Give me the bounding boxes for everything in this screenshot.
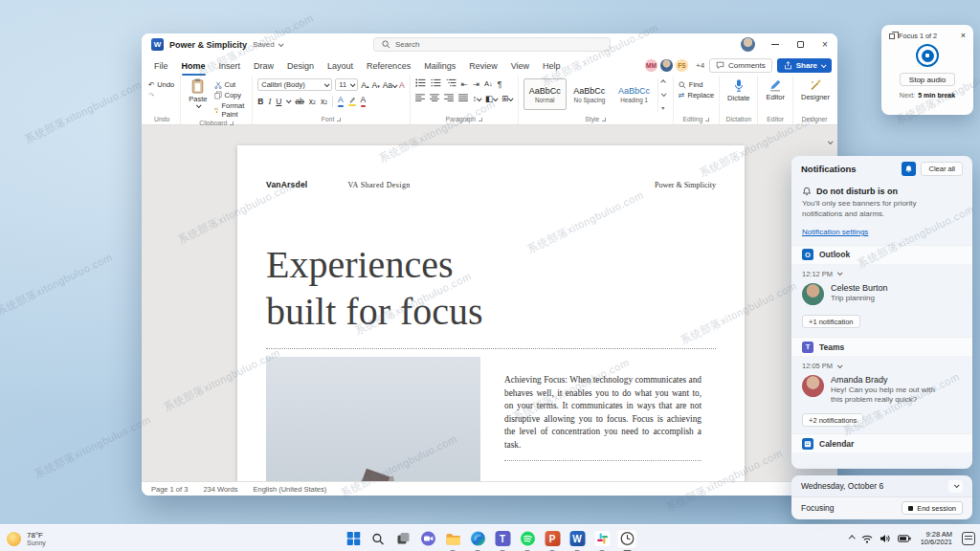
tab-review[interactable]: Review xyxy=(462,55,504,76)
slack-button[interactable] xyxy=(592,529,612,549)
notification-settings-link[interactable]: Notification settings xyxy=(802,228,868,236)
collaborator-avatar[interactable]: MM xyxy=(644,58,658,73)
text-effects-button[interactable]: A xyxy=(338,95,344,107)
find-button[interactable]: Find xyxy=(679,80,714,89)
undo-button[interactable]: ↶Undo xyxy=(148,80,175,89)
underline-button[interactable]: U xyxy=(276,97,281,106)
more-notifications-button[interactable]: +1 notification xyxy=(802,315,860,328)
page-indicator[interactable]: Page 1 of 3 xyxy=(151,485,188,494)
document-page[interactable]: VanArsdel VA Shared Design Power & Simpl… xyxy=(237,145,745,481)
document-canvas[interactable]: VanArsdel VA Shared Design Power & Simpl… xyxy=(142,125,837,481)
clear-all-button[interactable]: Clear all xyxy=(921,162,963,176)
align-right-button[interactable] xyxy=(444,94,454,103)
notification-group-time[interactable]: 12:05 PM xyxy=(791,357,972,372)
bold-button[interactable]: B xyxy=(257,97,263,106)
grow-font-button[interactable]: A▴ xyxy=(361,80,368,90)
dialog-launcher-icon[interactable] xyxy=(705,118,709,121)
decrease-indent-button[interactable]: ⇤ xyxy=(461,79,468,89)
word-count[interactable]: 234 Words xyxy=(203,485,237,494)
collaborator-avatar[interactable] xyxy=(659,58,674,73)
share-button[interactable]: Share xyxy=(777,58,832,73)
copy-button[interactable]: Copy xyxy=(214,91,248,99)
align-left-button[interactable] xyxy=(415,94,425,103)
increase-indent-button[interactable]: ⇥ xyxy=(473,79,479,89)
notification-item[interactable]: Celeste Burton Trip planning xyxy=(791,280,972,305)
clear-formatting-button[interactable]: A xyxy=(399,80,405,90)
weather-widget[interactable]: 78°F Sunny xyxy=(7,525,46,551)
dictate-button[interactable]: Dictate xyxy=(724,78,752,102)
shading-button[interactable]: ◧ xyxy=(485,94,497,103)
multilevel-list-button[interactable] xyxy=(446,78,457,89)
spotify-button[interactable] xyxy=(518,529,538,549)
language-indicator[interactable]: English (United States) xyxy=(254,485,327,494)
notification-center-icon[interactable] xyxy=(962,532,975,545)
style-no-spacing[interactable]: AaBbCcNo Spacing xyxy=(568,78,612,110)
tab-layout[interactable]: Layout xyxy=(321,55,360,76)
subscript-button[interactable]: x2 xyxy=(309,97,316,106)
dialog-launcher-icon[interactable] xyxy=(230,121,234,125)
search-box[interactable]: Search xyxy=(373,37,611,52)
wifi-icon[interactable] xyxy=(861,535,873,543)
font-size-combo[interactable]: 11 xyxy=(335,78,358,91)
section-teams[interactable]: T Teams xyxy=(791,337,972,357)
edge-button[interactable] xyxy=(468,529,488,549)
start-button[interactable] xyxy=(344,529,364,549)
replace-button[interactable]: ⇄ Replace xyxy=(679,91,714,99)
format-painter-button[interactable]: Format Paint xyxy=(214,101,248,119)
powerpoint-button[interactable]: P xyxy=(543,529,563,549)
collaborator-avatar[interactable]: FS xyxy=(675,58,689,73)
redo-button[interactable]: ↷ xyxy=(148,91,175,99)
tab-mailings[interactable]: Mailings xyxy=(417,55,462,76)
show-formatting-button[interactable]: ¶ xyxy=(498,79,502,89)
task-view-button[interactable] xyxy=(393,529,413,549)
superscript-button[interactable]: x2 xyxy=(321,97,327,106)
teams-button[interactable]: T xyxy=(493,529,513,549)
dialog-launcher-icon[interactable] xyxy=(337,118,341,121)
collaborator-overflow[interactable]: +4 xyxy=(696,61,704,70)
style-normal[interactable]: AaBbCcNormal xyxy=(523,78,567,110)
dialog-launcher-icon[interactable] xyxy=(479,118,482,121)
volume-icon[interactable] xyxy=(880,534,891,543)
tab-file[interactable]: File xyxy=(147,55,175,76)
focus-stop-ring-button[interactable] xyxy=(916,44,939,67)
numbered-list-button[interactable] xyxy=(431,78,441,89)
align-center-button[interactable] xyxy=(430,94,439,103)
borders-button[interactable]: ⊞ xyxy=(501,94,512,103)
restore-window-icon[interactable] xyxy=(889,33,895,39)
word-button[interactable]: W xyxy=(568,529,588,549)
collapse-calendar-button[interactable] xyxy=(948,480,963,493)
line-spacing-button[interactable]: ↕ xyxy=(473,94,480,103)
tab-design[interactable]: Design xyxy=(280,55,321,76)
tab-home[interactable]: Home xyxy=(175,55,212,76)
stop-audio-button[interactable]: Stop audio xyxy=(900,73,955,86)
paste-button[interactable]: Paste xyxy=(186,78,210,108)
font-color-button[interactable]: A xyxy=(361,95,367,107)
italic-button[interactable]: I xyxy=(268,97,271,106)
tab-draw[interactable]: Draw xyxy=(247,55,280,76)
justify-button[interactable] xyxy=(458,94,468,103)
section-calendar[interactable]: Calendar xyxy=(791,433,972,453)
notification-group-time[interactable]: 12:12 PM xyxy=(791,265,972,280)
tab-insert[interactable]: Insert xyxy=(212,55,248,76)
do-not-disturb-toggle[interactable] xyxy=(902,162,916,176)
clock-date-button[interactable]: 9:28 AM 10/6/2021 xyxy=(918,529,955,549)
style-heading1[interactable]: AaBbCcHeading 1 xyxy=(612,78,656,110)
dialog-launcher-icon[interactable] xyxy=(602,118,606,121)
notification-item[interactable]: Amanda Brady Hey! Can you help me out wi… xyxy=(791,372,972,406)
bullet-list-button[interactable] xyxy=(415,78,426,89)
designer-button[interactable]: Designer xyxy=(798,78,833,101)
close-button[interactable]: × xyxy=(813,33,837,55)
strikethrough-button[interactable]: ab xyxy=(295,97,303,106)
tab-references[interactable]: References xyxy=(360,55,417,76)
account-avatar[interactable] xyxy=(741,37,755,52)
tab-view[interactable]: View xyxy=(504,55,536,76)
font-name-combo[interactable]: Calibri (Body) xyxy=(257,78,332,91)
tab-help[interactable]: Help xyxy=(536,55,568,76)
clock-app-button[interactable] xyxy=(617,529,637,549)
gallery-expand-icon[interactable]: ▾ xyxy=(661,104,664,111)
minimize-button[interactable] xyxy=(763,33,788,55)
sort-button[interactable]: A↓ xyxy=(484,79,493,88)
shrink-font-button[interactable]: A▾ xyxy=(371,80,379,90)
highlight-button[interactable] xyxy=(348,96,356,106)
maximize-button[interactable] xyxy=(788,33,813,55)
